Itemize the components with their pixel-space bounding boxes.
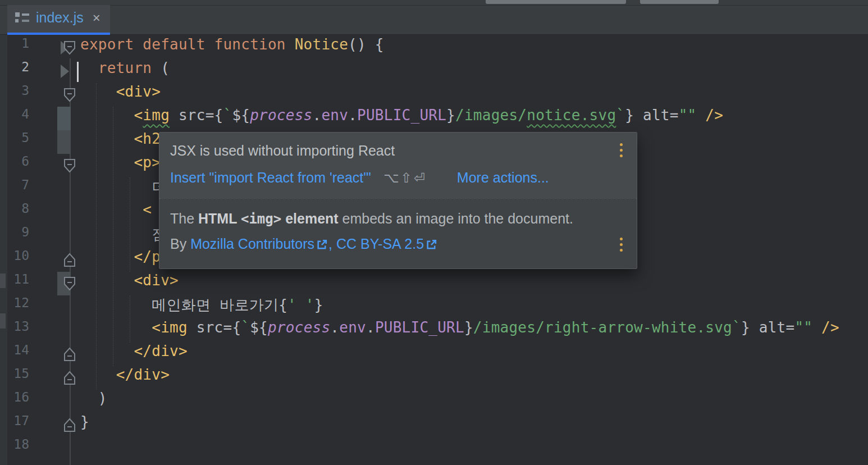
code-text[interactable]: 메인화면 바로가기{' '} [80, 295, 323, 319]
code-text[interactable]: return ( [80, 60, 170, 83]
tab-label: index.js [36, 10, 84, 26]
line-number[interactable]: 1 [0, 36, 29, 60]
inspection-section: JSX is used without importing React Inse… [159, 133, 637, 198]
line-number[interactable]: 5 [0, 130, 29, 154]
js-file-icon [15, 12, 29, 24]
shortcut-hint: ⌥⇧⏎ [383, 170, 427, 186]
code-line[interactable]: 3 <div> [0, 83, 868, 107]
line-number[interactable]: 17 [0, 413, 29, 437]
line-number[interactable]: 14 [0, 343, 29, 366]
gutter-arrow-icon [61, 65, 69, 78]
mozilla-contributors-link[interactable]: Mozilla Contributors [190, 236, 314, 252]
code-line[interactable]: 2 return ( [0, 60, 868, 83]
code-line[interactable]: 15 </div> [0, 366, 868, 390]
cutoff-dialog-fragment [486, 0, 626, 4]
code-text[interactable]: ) [80, 390, 107, 413]
external-link-icon[interactable] [316, 239, 328, 250]
code-text[interactable]: </div> [80, 343, 188, 366]
inspection-title: JSX is used without importing React [170, 143, 625, 159]
code-line[interactable]: 16 ) [0, 390, 868, 413]
external-link-icon[interactable] [426, 239, 437, 250]
code-text[interactable]: <p> [80, 154, 161, 177]
code-line[interactable]: 4 <img src={`${process.env.PUBLIC_URL}/i… [0, 107, 868, 130]
kebab-menu-icon[interactable] [618, 236, 624, 253]
kebab-menu-icon[interactable] [618, 142, 624, 159]
line-number[interactable]: 13 [0, 319, 29, 343]
code-text[interactable]: 점 [80, 225, 166, 248]
tab-close-icon[interactable]: × [93, 11, 100, 25]
fold-start-icon[interactable] [62, 158, 77, 174]
line-number[interactable]: 18 [0, 437, 29, 461]
code-text[interactable]: <img src={`${process.env.PUBLIC_URL}/ima… [80, 107, 723, 130]
line-number[interactable]: 7 [0, 177, 29, 201]
editor-tab-bar: index.js × [0, 0, 868, 35]
quick-fix-link[interactable]: Insert "import React from 'react'" [170, 170, 371, 186]
inspection-doc-popup: JSX is used without importing React Inse… [159, 132, 637, 269]
attribution-separator: , [328, 236, 336, 252]
fold-start-icon[interactable] [62, 276, 77, 291]
code-line[interactable]: 18 [0, 437, 868, 461]
fold-end-icon[interactable] [62, 347, 77, 362]
line-number[interactable]: 8 [0, 201, 29, 225]
fold-end-icon[interactable] [62, 252, 77, 268]
code-line[interactable]: 14 </div> [0, 343, 868, 366]
fold-end-icon[interactable] [62, 370, 77, 386]
code-text[interactable]: </div> [80, 366, 170, 390]
code-line[interactable]: 17} [0, 413, 868, 437]
text-caret [77, 62, 79, 82]
code-line[interactable]: 1export default function Notice() { [0, 36, 868, 60]
code-text[interactable]: <div> [80, 272, 179, 295]
line-number[interactable]: 10 [0, 248, 29, 272]
doc-attribution: By Mozilla Contributors , CC BY-SA 2.5 [170, 236, 438, 252]
code-text[interactable]: <h2 [80, 130, 161, 154]
code-text[interactable]: < [80, 201, 152, 225]
code-text[interactable]: } [80, 413, 89, 437]
attribution-prefix: By [170, 236, 190, 252]
fold-start-icon[interactable] [62, 40, 77, 56]
line-number[interactable]: 6 [0, 154, 29, 177]
code-text[interactable]: <div> [80, 83, 161, 107]
window-top-hairline [0, 5, 868, 6]
doc-description: The HTML <img> element embeds an image i… [170, 211, 625, 227]
code-line[interactable]: 11 <div> [0, 272, 868, 295]
ide-window: index.js × 1export default function Noti… [0, 0, 868, 465]
fold-start-icon[interactable] [62, 87, 77, 103]
code-text[interactable]: 더 [80, 177, 166, 201]
line-number[interactable]: 11 [0, 272, 29, 295]
fold-end-icon[interactable] [62, 417, 77, 433]
code-line[interactable]: 12 메인화면 바로가기{' '} [0, 295, 868, 319]
line-number[interactable]: 3 [0, 83, 29, 107]
license-link[interactable]: CC BY-SA 2.5 [336, 236, 424, 252]
code-text[interactable]: <img src={`${process.env.PUBLIC_URL}/ima… [80, 319, 839, 343]
more-actions-link[interactable]: More actions... [457, 170, 549, 186]
line-number[interactable]: 4 [0, 107, 29, 130]
line-number[interactable]: 12 [0, 295, 29, 319]
code-line[interactable]: 13 <img src={`${process.env.PUBLIC_URL}/… [0, 319, 868, 343]
cutoff-dialog-fragment [640, 0, 719, 4]
line-number[interactable]: 16 [0, 390, 29, 413]
code-text[interactable]: export default function Notice() { [80, 36, 384, 60]
line-number[interactable]: 9 [0, 225, 29, 248]
line-number[interactable]: 2 [0, 60, 29, 83]
code-text[interactable]: </p [80, 248, 161, 272]
documentation-section: The HTML <img> element embeds an image i… [159, 199, 637, 269]
tab-index-js[interactable]: index.js × [7, 5, 110, 35]
line-number[interactable]: 15 [0, 366, 29, 390]
